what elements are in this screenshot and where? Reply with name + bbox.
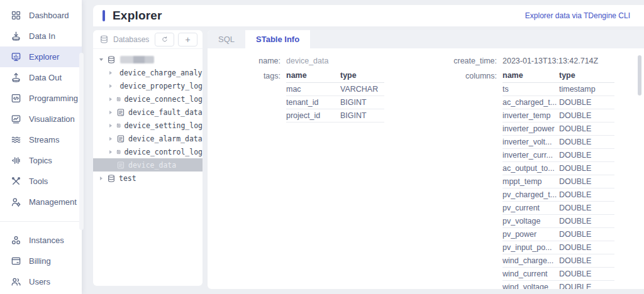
refresh-icon (161, 36, 169, 43)
explorer-cli-link[interactable]: Explorer data via TDengine CLI (525, 11, 630, 20)
sidebar-item-label: Visualization (29, 114, 75, 124)
add-database-button[interactable]: + (178, 33, 197, 46)
sidebar-item-label: Instances (29, 236, 64, 245)
tree-stable-device-control-log[interactable]: sdevice_control_log (93, 145, 203, 158)
tree-stable-device-alarm-data[interactable]: sdevice_alarm_data (93, 132, 203, 145)
caret-right-icon[interactable] (108, 97, 113, 101)
columns-table-cell-type: timestamp (559, 83, 614, 96)
tags-label: tags: (208, 71, 286, 122)
tab-bar: SQL STable Info (208, 30, 644, 48)
streams-icon (11, 134, 21, 145)
caret-right-icon[interactable] (108, 71, 113, 75)
sidebar-item-label: Explorer (29, 52, 59, 62)
tree-stable-device-connect-log[interactable]: sdevice_connect_log (93, 92, 203, 106)
tree-stable-label: device_property_log (119, 82, 203, 90)
sidebar-item-label: Billing (29, 256, 51, 266)
sidebar-item-programming[interactable]: Programming (0, 88, 82, 109)
stable-icon: s (116, 161, 125, 170)
columns-table-cell-type: DOUBLE (559, 109, 614, 122)
sidebar-item-instances[interactable]: Instances (0, 230, 82, 251)
stable-icon: s (116, 95, 121, 104)
columns-table-cell-name: ac_charged_t... (502, 96, 559, 109)
sidebar-item-visualization[interactable]: Visualization (0, 109, 82, 129)
sidebar-item-topics[interactable]: Topics (0, 150, 82, 171)
databases-panel-title: Databases (113, 35, 151, 44)
refresh-databases-button[interactable] (155, 33, 174, 46)
tree-database-redacted[interactable] (93, 53, 203, 66)
tree-stable-device-charge-analysis[interactable]: sdevice_charge_analysis (93, 66, 203, 79)
caret-right-icon[interactable] (108, 111, 113, 114)
columns-table-header-name: name (502, 71, 559, 83)
columns-table: name type tstimestampac_charged_t...DOUB… (502, 71, 614, 289)
columns-table-cell-type: DOUBLE (559, 149, 614, 162)
sidebar-item-explorer[interactable]: Explorer (0, 46, 82, 67)
tree-stable-device-property-log[interactable]: sdevice_property_log (93, 79, 203, 92)
sidebar-item-label: Users (29, 277, 50, 286)
caret-right-icon[interactable] (108, 150, 113, 154)
columns-table-row: pv_charged_t...DOUBLE (502, 188, 614, 202)
caret-right-icon[interactable] (98, 177, 104, 180)
sidebar-item-label: Programming (29, 94, 78, 103)
caret-down-icon[interactable] (98, 58, 104, 61)
tree-stable-label: device_control_log (124, 148, 203, 156)
columns-table-row: pv_powerDOUBLE (502, 228, 614, 241)
columns-table-row: pv_input_po...DOUBLE (502, 241, 614, 254)
tree-stable-device-data[interactable]: sdevice_data (93, 158, 203, 172)
page-header: Explorer Explorer data via TDengine CLI (93, 5, 644, 26)
tags-table-header-type: type (340, 71, 384, 83)
sidebar-item-management[interactable]: Management (0, 192, 82, 212)
tree-stable-device-fault-data[interactable]: sdevice_fault_data (93, 106, 203, 119)
tags-table-cell-type: BIGINT (340, 96, 384, 109)
dashboard-icon (11, 10, 21, 21)
columns-table-cell-name: pv_input_po... (502, 241, 559, 254)
caret-right-icon[interactable] (108, 84, 113, 88)
sidebar: DashboardData InExplorerData OutProgramm… (0, 0, 82, 294)
tags-table-cell-name: tenant_id (286, 96, 340, 109)
columns-table-cell-type: DOUBLE (559, 228, 614, 241)
columns-table-cell-name: mppt_temp (502, 175, 559, 188)
columns-table-row: ac_output_to...DOUBLE (502, 162, 614, 175)
columns-table-cell-name: pv_charged_t... (502, 188, 559, 202)
columns-table-cell-name: pv_power (502, 228, 559, 241)
caret-right-icon[interactable] (108, 137, 113, 141)
main-scrollbar-thumb[interactable] (638, 55, 641, 95)
sidebar-item-users[interactable]: Users (0, 271, 82, 292)
create-time-label: create_time: (424, 56, 502, 67)
stable-icon: s (116, 134, 125, 143)
database-icon (107, 174, 116, 183)
columns-table-cell-type: DOUBLE (559, 268, 614, 281)
sidebar-item-label: Streams (29, 135, 59, 144)
tab-sql[interactable]: SQL (208, 30, 245, 48)
tree-stable-device-setting-log[interactable]: sdevice_setting_log (93, 119, 203, 132)
tree-stable-label: device_setting_log (124, 121, 203, 130)
programming-icon (11, 93, 21, 104)
tree-database-test[interactable]: test (93, 172, 203, 185)
sidebar-item-tools[interactable]: Tools (0, 171, 82, 192)
tab-stable-info[interactable]: STable Info (245, 30, 310, 48)
columns-table-row: inverter_volt...DOUBLE (502, 136, 614, 149)
sidebar-item-data-in[interactable]: Data In (0, 26, 82, 46)
columns-table-cell-type: DOUBLE (559, 96, 614, 109)
tags-table-cell-type: BIGINT (340, 109, 384, 122)
databases-panel-header: Databases + (93, 30, 203, 49)
columns-table-cell-type: DOUBLE (559, 202, 614, 215)
title-accent-bar (103, 10, 105, 21)
columns-table-cell-type: DOUBLE (559, 122, 614, 136)
sidebar-item-data-out[interactable]: Data Out (0, 67, 82, 88)
sidebar-footer-nav: InstancesBillingUsers (0, 230, 82, 292)
explorer-icon (11, 52, 21, 62)
sidebar-item-dashboard[interactable]: Dashboard (0, 5, 82, 26)
columns-table-cell-name: inverter_temp (502, 109, 559, 122)
columns-table-cell-name: wind_current (502, 268, 559, 281)
tree-stable-label: device_connect_log (124, 95, 203, 104)
tree-stable-label: device_fault_data (128, 108, 203, 117)
tags-table: name type macVARCHARtenant_idBIGINTproje… (286, 71, 384, 122)
caret-right-icon[interactable] (108, 124, 113, 128)
sidebar-item-streams[interactable]: Streams (0, 129, 82, 150)
columns-table-row: pv_currentDOUBLE (502, 202, 614, 215)
tree-database-label: test (119, 174, 136, 183)
sidebar-item-label: Data In (29, 31, 55, 41)
sidebar-scrollbar[interactable] (79, 53, 84, 230)
databases-panel: Databases + sdevice_charge_analysissdevi… (93, 30, 203, 286)
sidebar-item-billing[interactable]: Billing (0, 251, 82, 271)
